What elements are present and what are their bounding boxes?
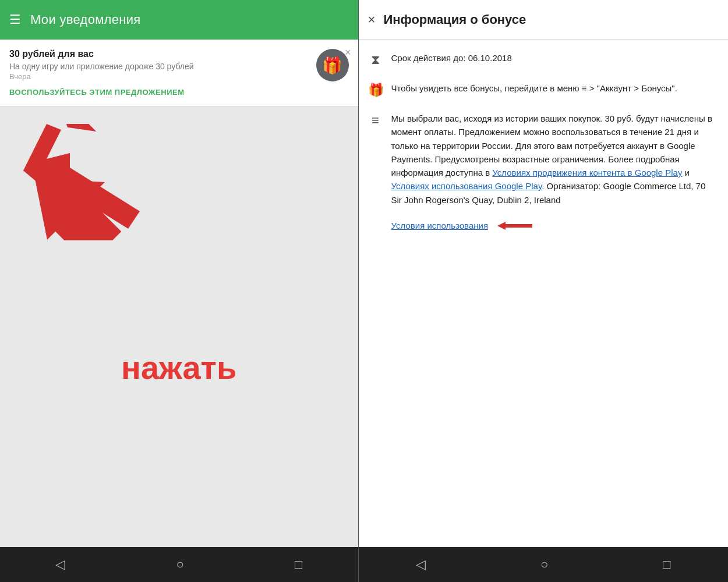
notification-gift-icon: 🎁: [316, 49, 349, 81]
hamburger-icon[interactable]: ☰: [9, 12, 21, 27]
left-header: ☰ Мои уведомления: [0, 0, 358, 40]
notification-close-button[interactable]: ×: [345, 47, 351, 59]
svg-marker-4: [497, 222, 532, 230]
bonuses-row: 🎁 Чтобы увидеть все бонусы, перейдите в …: [368, 81, 716, 98]
gift-icon: 🎁: [368, 83, 383, 98]
right-panel-title: Информация о бонусе: [383, 12, 526, 27]
recents-button-right[interactable]: □: [649, 552, 684, 577]
recents-button-left[interactable]: □: [281, 552, 316, 577]
notification-title: 30 рублей для вас: [9, 49, 309, 59]
press-label: нажать: [121, 349, 236, 386]
description-row: ≡ Мы выбрали вас, исходя из истории ваши…: [368, 112, 716, 207]
play-terms-link[interactable]: Условиях использования Google Play: [391, 181, 542, 191]
back-button-left[interactable]: ◁: [41, 552, 79, 577]
svg-marker-3: [23, 124, 70, 200]
terms-row: Условия использования: [368, 221, 716, 231]
bonuses-text: Чтобы увидеть все бонусы, перейдите в ме…: [391, 81, 677, 95]
right-panel: × Информация о бонусе ⧗ Срок действия до…: [359, 0, 728, 582]
expiry-text: Срок действия до: 06.10.2018: [391, 51, 512, 65]
description-text: Мы выбрали вас, исходя из истории ваших …: [391, 112, 716, 207]
menu-lines-icon: ≡: [368, 113, 383, 128]
promo-terms-link[interactable]: Условиях продвижения контента в Google P…: [492, 168, 682, 178]
left-body: нажать: [0, 107, 358, 547]
left-panel: ☰ Мои уведомления 30 рублей для вас На о…: [0, 0, 358, 582]
left-panel-title: Мои уведомления: [30, 12, 141, 27]
arrow-left-up-icon: [23, 124, 175, 229]
back-button-right[interactable]: ◁: [402, 552, 440, 577]
timer-icon: ⧗: [368, 52, 383, 68]
close-button-right[interactable]: ×: [368, 12, 376, 27]
notification-action-link[interactable]: ВОСПОЛЬЗУЙТЕСЬ ЭТИМ ПРЕДЛОЖЕНИЕМ: [9, 88, 309, 97]
right-body: ⧗ Срок действия до: 06.10.2018 🎁 Чтобы у…: [359, 40, 728, 547]
red-arrow-left-icon: [497, 221, 532, 231]
home-button-left[interactable]: ○: [162, 552, 197, 577]
expiry-row: ⧗ Срок действия до: 06.10.2018: [368, 51, 716, 68]
arrow-container: [23, 124, 186, 240]
right-bottom-nav: ◁ ○ □: [359, 547, 728, 582]
terms-of-use-link[interactable]: Условия использования: [391, 221, 489, 230]
notification-content: 30 рублей для вас На одну игру или прило…: [9, 49, 309, 97]
notification-subtitle: На одну игру или приложение дороже 30 ру…: [9, 62, 309, 71]
notification-date: Вчера: [9, 72, 309, 81]
notification-card: 30 рублей для вас На одну игру или прило…: [0, 40, 358, 107]
right-header: × Информация о бонусе: [359, 0, 728, 40]
home-button-right[interactable]: ○: [526, 552, 562, 577]
left-bottom-nav: ◁ ○ □: [0, 547, 358, 582]
